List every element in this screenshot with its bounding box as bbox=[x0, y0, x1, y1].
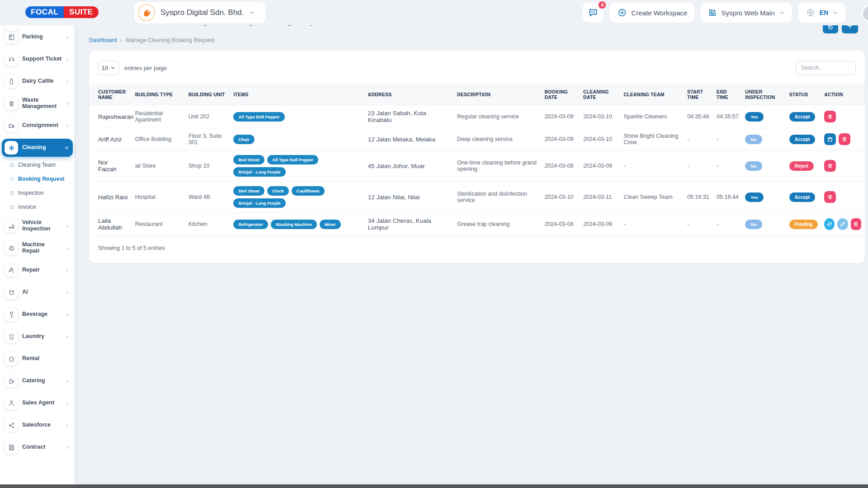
schedule-button[interactable] bbox=[824, 133, 836, 145]
avatar[interactable] bbox=[862, 5, 868, 23]
cleaning-icon bbox=[8, 144, 15, 152]
sidebar-item-label: Cleaning bbox=[22, 145, 61, 151]
cell-action bbox=[821, 213, 865, 236]
sidebar-item-machine-repair[interactable]: Machine Repair› bbox=[4, 239, 71, 257]
sidebar-item-parking[interactable]: Parking› bbox=[4, 28, 71, 46]
edit-button[interactable] bbox=[837, 218, 848, 230]
cell-customer-name: Rajeshwaran bbox=[89, 105, 132, 128]
cell-building-unit: Floor 3, Suite 301 bbox=[185, 128, 230, 150]
delete-button[interactable] bbox=[824, 111, 836, 122]
chevron-right-icon: › bbox=[66, 245, 70, 251]
sidebar-item-laundry[interactable]: Laundry› bbox=[4, 328, 71, 346]
status-badge[interactable]: Accept bbox=[789, 135, 815, 144]
sidebar-item-dairy-cattle[interactable]: Dairy Cattle› bbox=[4, 72, 71, 90]
sidebar-item-cleaning[interactable]: Cleaning˅ bbox=[2, 139, 73, 157]
sidebar-subitem-booking-request[interactable]: Booking Request bbox=[4, 175, 71, 183]
cell-address: 34 Jalan Cheras, Kuala Lumpur bbox=[364, 213, 453, 236]
cell-cleaning-team: - bbox=[620, 213, 683, 236]
delete-button[interactable] bbox=[839, 133, 850, 145]
delete-button[interactable] bbox=[851, 218, 861, 230]
sidebar-item-label: Contract bbox=[22, 444, 62, 450]
chevron-right-icon: › bbox=[66, 334, 70, 339]
sidebar-item-contract[interactable]: Contract› bbox=[4, 438, 71, 456]
chat-button[interactable]: 0 bbox=[583, 3, 604, 23]
table-row: Ariff AzizOffice BuildingFloor 3, Suite … bbox=[89, 128, 865, 150]
cell-start-time: 05:16:31 bbox=[684, 182, 713, 213]
cell-address: 23 Jalan Sabah, Kota Kinabalu bbox=[364, 105, 453, 128]
table-row: RajeshwaranResidential ApartmentUnit 202… bbox=[89, 105, 865, 128]
sync-button[interactable] bbox=[824, 218, 835, 230]
cell-booking-date: 2024-03-09 bbox=[541, 128, 579, 150]
sidebar-item-waste-management[interactable]: Waste Management› bbox=[4, 94, 71, 113]
sidebar-item-support-ticket[interactable]: Support Ticket› bbox=[4, 50, 71, 68]
sidebar-subitem-invoice[interactable]: Invoice bbox=[4, 203, 71, 211]
chat-badge: 0 bbox=[597, 0, 607, 10]
cell-items: Bed SheetClockCauliflowerBrinjal - Long … bbox=[230, 182, 364, 213]
cell-status: Reject bbox=[786, 150, 821, 182]
company-selector[interactable]: Syspro Digital Sdn. Bhd. bbox=[134, 2, 265, 23]
plus-circle-icon bbox=[617, 8, 627, 18]
trash-icon bbox=[827, 113, 833, 120]
cell-building-type: Hospital bbox=[132, 182, 185, 213]
sidebar-item-label: Consignment bbox=[22, 122, 62, 129]
sidebar-item-ai[interactable]: AI› bbox=[4, 283, 71, 301]
workspace-selector[interactable]: Syspro Web Main bbox=[701, 3, 792, 23]
waste-management-icon bbox=[5, 97, 18, 110]
create-workspace-button[interactable]: Create Workspace bbox=[610, 3, 694, 23]
sync-icon bbox=[826, 221, 833, 227]
sidebar-subitem-label: Invoice bbox=[18, 204, 36, 210]
entries-per-page-select[interactable]: 10 bbox=[98, 61, 119, 75]
sidebar-item-beverage[interactable]: Beverage› bbox=[4, 305, 71, 324]
chat-icon bbox=[588, 7, 599, 18]
chevron-down-icon bbox=[110, 66, 115, 70]
language-selector[interactable]: EN bbox=[798, 3, 845, 23]
item-chip: Chair bbox=[233, 135, 254, 144]
cell-end-time: 05:16:44 bbox=[713, 182, 741, 213]
sidebar-item-rental[interactable]: Rental bbox=[4, 350, 71, 368]
cell-description: Deep cleaning service bbox=[453, 128, 541, 150]
chevron-down-icon bbox=[779, 10, 785, 16]
sidebar-item-consignment[interactable]: Consignment› bbox=[4, 117, 71, 135]
pencil-icon bbox=[840, 221, 846, 227]
salesforce-icon bbox=[5, 418, 18, 432]
column-header-building-unit: BUILDING UNIT bbox=[185, 84, 230, 105]
breadcrumb-current: Manage Cleaning Booking Request bbox=[126, 37, 215, 43]
status-badge[interactable]: Accept bbox=[789, 192, 815, 202]
status-badge[interactable]: Pending bbox=[789, 220, 818, 229]
sidebar-item-label: Rental bbox=[22, 356, 70, 362]
breadcrumb-dashboard-link[interactable]: Dashboard bbox=[89, 37, 117, 43]
status-badge[interactable]: Reject bbox=[789, 161, 814, 171]
sidebar-item-repair[interactable]: Repair› bbox=[4, 261, 71, 279]
cell-under-inspection: No bbox=[741, 150, 786, 182]
delete-button[interactable] bbox=[824, 160, 836, 172]
booking-request-table: CUSTOMER NAMEBUILDING TYPEBUILDING UNITI… bbox=[89, 84, 865, 236]
item-chip: Cauliflower bbox=[292, 186, 325, 196]
cell-end-time: - bbox=[713, 213, 741, 236]
cell-status: Accept bbox=[786, 105, 821, 128]
table-row: Nor Faizahail StoreShop 10Bed SheetAll T… bbox=[89, 150, 865, 182]
sidebar-subitem-label: Cleaning Team bbox=[18, 162, 56, 168]
sidebar-subitem-inspection[interactable]: Inspection bbox=[4, 189, 71, 197]
cell-address: 12 Jalan Nilai, Nilai bbox=[364, 182, 453, 213]
cell-building-unit: Ward 4B bbox=[185, 182, 230, 213]
cell-under-inspection: No bbox=[741, 128, 786, 150]
chevron-right-icon: › bbox=[66, 400, 70, 406]
cell-description: Grease trap cleaning bbox=[453, 213, 541, 236]
sidebar-item-salesforce[interactable]: Salesforce› bbox=[4, 416, 71, 434]
support-ticket-icon bbox=[8, 56, 15, 63]
search-input[interactable] bbox=[796, 61, 856, 75]
delete-button[interactable] bbox=[824, 191, 836, 203]
bullet-icon bbox=[10, 177, 14, 181]
bullet-icon bbox=[10, 163, 14, 167]
sidebar-item-label: Machine Repair bbox=[22, 242, 62, 254]
cell-items: RefrigeratorWashing MachineMixer bbox=[230, 213, 364, 236]
sidebar-item-sales-agent[interactable]: Sales Agent› bbox=[4, 394, 71, 412]
sidebar-item-catering[interactable]: Catering› bbox=[4, 372, 71, 390]
status-badge[interactable]: Accept bbox=[789, 112, 815, 122]
cell-end-time: - bbox=[713, 150, 741, 182]
sidebar-item-vehicle-inspection[interactable]: Vehicle Inspection› bbox=[4, 217, 71, 235]
item-chip: All Type Bell Pepper bbox=[267, 155, 318, 164]
parking-icon bbox=[8, 33, 15, 41]
sidebar-subitem-cleaning-team[interactable]: Cleaning Team bbox=[4, 161, 71, 169]
column-header-building-type: BUILDING TYPE bbox=[132, 84, 185, 105]
